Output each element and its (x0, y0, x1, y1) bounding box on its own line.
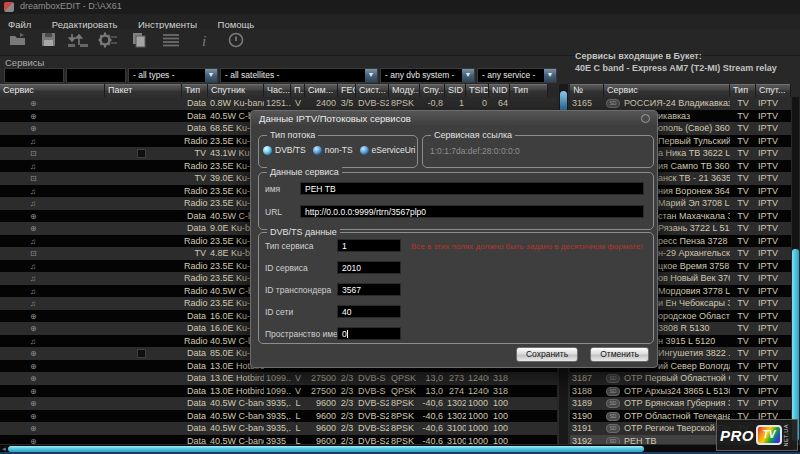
settings-button[interactable] (96, 31, 120, 52)
column-header[interactable]: Сим... (305, 84, 338, 97)
column-header[interactable]: TSID (466, 84, 489, 97)
radio-icon[interactable] (263, 146, 272, 155)
column-header[interactable]: Спутник (208, 84, 264, 97)
column-header[interactable]: Спу... (420, 84, 445, 97)
service-row[interactable]: ⊕Data13.0E Hotbird ...1099...V275002/3DV… (0, 385, 557, 398)
url-field[interactable]: http://0.0.0.0:9999/rtrn/3567plp0 (300, 205, 644, 218)
typ-cell: TV (182, 147, 208, 160)
vscrollbar-thumb[interactable] (792, 249, 799, 441)
type-cell: TV (730, 297, 756, 310)
fec-cell: 2/3 (338, 372, 356, 385)
column-header[interactable]: Сист... (356, 84, 389, 97)
column-header[interactable]: Сервис (604, 84, 730, 97)
save-button[interactable]: Сохранить (516, 347, 578, 362)
column-header[interactable]: Тип (182, 84, 208, 97)
chevron-down-icon[interactable]: ▼ (365, 69, 377, 82)
about-button[interactable] (224, 31, 248, 52)
save-button[interactable] (37, 31, 61, 52)
service-cell: ♫ (0, 272, 105, 285)
column-header[interactable]: П... (291, 84, 305, 97)
column-header[interactable]: Час... (264, 84, 291, 97)
radio-label: eServiceUri (372, 145, 416, 155)
data-icon: ⊕ (30, 211, 37, 223)
bouquet-service-row[interactable]: 3189SDОТР Брянская Губерния 387...TVIPTV (570, 397, 791, 410)
stream-type-radio-non-ts[interactable]: non-TS (313, 145, 353, 155)
chevron-down-icon[interactable]: ▼ (462, 69, 474, 82)
satellite-cell: IPTV (756, 397, 791, 410)
column-header[interactable]: Тип (730, 84, 756, 97)
stream-type-radio-eserviceuri[interactable]: eServiceUri (360, 145, 416, 155)
stream-type-radio-dvb-ts[interactable]: DVB/TS (263, 145, 306, 155)
dvb-field-2[interactable]: 3567 (337, 283, 401, 296)
satellite-filter-select[interactable]: - all satellites -▼ (220, 68, 378, 83)
column-header[interactable]: SID (445, 84, 466, 97)
service-cell: ⊕ (0, 360, 105, 373)
bouquet-service-row[interactable]: 3188SDОТР Архыз24 3865 L 5130TVIPTV (570, 385, 791, 398)
sd-badge-icon: SD (606, 374, 620, 383)
services-section-label: Сервисы (5, 57, 44, 68)
radio-icon[interactable] (313, 146, 322, 155)
service-type-filter-select[interactable]: - any service -▼ (477, 68, 557, 83)
copy-button[interactable] (127, 31, 151, 52)
package-filter-input[interactable] (66, 68, 126, 83)
typ-cell: Radio (182, 235, 208, 248)
name-field[interactable]: РЕН ТВ (300, 182, 644, 195)
info-button[interactable]: i (192, 31, 216, 52)
radio-icon: ♫ (30, 273, 36, 285)
transfer-button[interactable] (66, 31, 90, 52)
cancel-button[interactable]: Отменить (590, 347, 649, 362)
service-cell: ⊕ (0, 210, 105, 223)
service-row[interactable]: ⊕Data40.5W C-band ...3935,...L96002/3DVB… (0, 422, 557, 435)
dvb-field-1[interactable]: 2010 (337, 261, 401, 274)
pos-cell: 13,0 (420, 372, 445, 385)
service-filter-input[interactable] (4, 68, 64, 83)
bouquet-service-row[interactable]: 3187SDОТР Первый Областной Ор...TVIPTV (570, 372, 791, 385)
typ-cell: Data (182, 410, 208, 423)
dvb-system-filter-select[interactable]: - any dvb system -▼ (380, 68, 475, 83)
sid-cell: 3100 (445, 422, 466, 435)
column-header[interactable]: Сервис (0, 84, 105, 97)
service-row[interactable]: ⊕Data13.0E Hotbird ...1099...V275002/3DV… (0, 372, 557, 385)
dvb-field-3[interactable]: 40 (337, 305, 401, 318)
package-cell (105, 97, 182, 110)
service-cell: ⊕ (0, 222, 105, 235)
column-header[interactable]: NID (489, 84, 510, 97)
list-button[interactable] (159, 31, 183, 52)
open-button[interactable] (6, 31, 30, 52)
service-row[interactable]: ⊕Data0.8W Ku-band ...1251...V24003/5DVB-… (0, 97, 557, 110)
chevron-down-icon[interactable]: ▼ (205, 69, 217, 82)
satellite-cell: IPTV (756, 97, 791, 110)
url-label: URL (265, 207, 282, 217)
field-label: ID сети (265, 307, 293, 317)
chevron-down-icon[interactable]: ▼ (544, 69, 556, 82)
type-cell: TV (730, 247, 756, 260)
sym-cell: 9600 (305, 410, 338, 423)
dvb-field-0[interactable]: 1 (337, 239, 401, 252)
service-row[interactable]: ⊕Data40.5W C-band ...3935,...L96002/3DVB… (0, 410, 557, 423)
freq-cell: 3935,... (264, 422, 291, 435)
service-row[interactable]: ⊕Data40.5W C-band ...3935,...L96002/3DVB… (0, 397, 557, 410)
column-header[interactable]: Тип (510, 84, 548, 97)
list-icon (160, 31, 182, 49)
bouquet-service-row[interactable]: 3165SDРОССИЯ-24 ВладикавказTVIPTV (570, 97, 791, 110)
typ-cell: Data (182, 97, 208, 110)
column-header[interactable]: Спут... (756, 84, 791, 97)
radio-icon: ♫ (30, 136, 36, 148)
satellite-cell: IPTV (756, 147, 791, 160)
dialog-collapse-button[interactable] (641, 114, 650, 123)
column-header[interactable]: FEC (338, 84, 356, 97)
typ-cell: Radio (182, 272, 208, 285)
dialog-title-bar[interactable]: Данные IPTV/Потоковых сервисов (251, 111, 657, 127)
package-cell (105, 272, 182, 285)
service-name-cell: SDОТР Архыз24 3865 L 5130 (604, 385, 730, 398)
freq-cell: 1251... (264, 97, 291, 110)
column-header[interactable]: Моду... (389, 84, 420, 97)
dvb-field-4[interactable]: 0 (337, 327, 401, 340)
type-filter-select[interactable]: - all types -▼ (128, 68, 218, 83)
column-header[interactable]: Пакет (105, 84, 182, 97)
satellite-cell: IPTV (756, 247, 791, 260)
freq-cell: 3935,... (264, 410, 291, 423)
radio-icon[interactable] (360, 146, 369, 155)
column-header[interactable]: № (570, 84, 604, 97)
right-table-vscrollbar[interactable] (792, 97, 799, 448)
